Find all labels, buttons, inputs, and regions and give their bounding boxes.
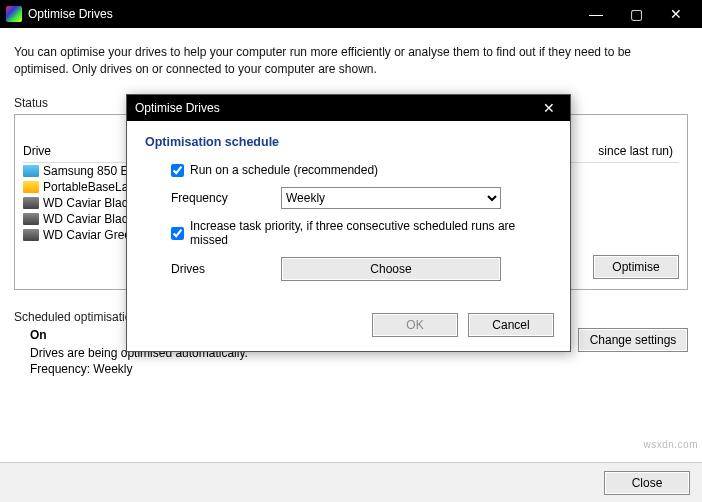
run-schedule-label: Run on a schedule (recommended): [190, 163, 378, 177]
description-text: You can optimise your drives to help you…: [14, 44, 688, 78]
drive-name: WD Caviar Green: [43, 228, 138, 242]
watermark: wsxdn.com: [643, 439, 698, 450]
drive-icon: [23, 197, 39, 209]
priority-label: Increase task priority, if three consecu…: [190, 219, 552, 247]
priority-row[interactable]: Increase task priority, if three consecu…: [171, 219, 552, 247]
schedule-line2: Frequency: Weekly: [30, 362, 248, 376]
maximize-button[interactable]: ▢: [616, 0, 656, 28]
drives-label: Drives: [171, 262, 281, 276]
drive-icon: [23, 229, 39, 241]
frequency-select[interactable]: DailyWeeklyMonthly: [281, 187, 501, 209]
dialog-close-icon[interactable]: ✕: [536, 100, 562, 116]
window-title: Optimise Drives: [28, 7, 576, 21]
dialog-title: Optimise Drives: [135, 101, 536, 115]
priority-checkbox[interactable]: [171, 227, 184, 240]
footer: Close: [0, 462, 702, 502]
change-settings-button[interactable]: Change settings: [578, 328, 688, 352]
dialog-ok-button[interactable]: OK: [372, 313, 458, 337]
close-main-button[interactable]: Close: [604, 471, 690, 495]
dialog-cancel-button[interactable]: Cancel: [468, 313, 554, 337]
schedule-dialog: Optimise Drives ✕ Optimisation schedule …: [126, 94, 571, 352]
run-schedule-row[interactable]: Run on a schedule (recommended): [171, 163, 552, 177]
drive-name: WD Caviar Black: [43, 212, 134, 226]
optimise-button[interactable]: Optimise: [593, 255, 679, 279]
close-button[interactable]: ✕: [656, 0, 696, 28]
dialog-heading: Optimisation schedule: [145, 135, 552, 149]
choose-drives-button[interactable]: Choose: [281, 257, 501, 281]
drive-icon: [23, 213, 39, 225]
drive-icon: [23, 181, 39, 193]
frequency-label: Frequency: [171, 191, 281, 205]
run-schedule-checkbox[interactable]: [171, 164, 184, 177]
dialog-titlebar: Optimise Drives ✕: [127, 95, 570, 121]
drive-name: WD Caviar Black: [43, 196, 134, 210]
main-titlebar: Optimise Drives — ▢ ✕: [0, 0, 702, 28]
drive-icon: [23, 165, 39, 177]
minimize-button[interactable]: —: [576, 0, 616, 28]
app-icon: [6, 6, 22, 22]
